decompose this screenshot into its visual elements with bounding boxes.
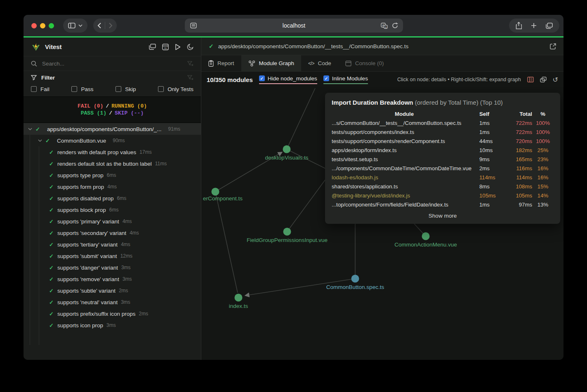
expand-graph-icon[interactable]	[540, 77, 547, 82]
checkbox-unchecked-icon[interactable]	[71, 86, 77, 92]
filter-checkbox-pass[interactable]: Pass	[71, 86, 93, 92]
run-all-icon[interactable]	[175, 44, 181, 50]
collapse-all-icon[interactable]	[149, 44, 156, 50]
test-name: supports 'primary' variant	[57, 218, 119, 225]
back-button[interactable]	[97, 22, 101, 29]
test-row[interactable]: ✓renders with default prop values17ms	[24, 146, 201, 158]
test-row[interactable]: ✓supports 'neutral' variant3ms	[24, 296, 201, 308]
test-row[interactable]: ✓supports prefix/suffix icon props2ms	[24, 308, 201, 319]
clear-search-icon[interactable]	[187, 61, 193, 66]
test-row[interactable]: ✓supports 'secondary' variant4ms	[24, 227, 201, 239]
dark-mode-icon[interactable]	[187, 44, 193, 50]
total-time-cell: 114ms	[502, 173, 532, 182]
inline-modules-toggle[interactable]: ✓ Inline Modules	[323, 75, 368, 84]
graph-node[interactable]	[212, 188, 219, 196]
graph-node[interactable]	[283, 228, 291, 236]
filter-label: Filter	[41, 75, 55, 81]
test-row[interactable]: ✓supports 'remove' variant3ms	[24, 273, 201, 285]
dashboard-icon[interactable]: 31	[162, 44, 169, 50]
test-row[interactable]: ✓supports 'danger' variant3ms	[24, 262, 201, 273]
tree-file-row[interactable]: ✓ CommonButton.vue 90ms	[24, 135, 201, 146]
clear-filter-icon[interactable]	[187, 75, 193, 80]
graph-node-label[interactable]: erComponent.ts	[203, 195, 243, 202]
filter-checkbox-fail[interactable]: Fail	[31, 86, 50, 92]
graph-node[interactable]	[235, 294, 243, 302]
run-status-summary: FAIL (0) / RUNNING (0) PASS (1) / SKIP (…	[24, 96, 201, 123]
module-graph-canvas[interactable]: desktopVisuals.tserComponent.tsFieldGrou…	[201, 87, 563, 360]
graph-edge	[287, 179, 326, 232]
checkbox-unchecked-icon[interactable]	[116, 86, 121, 92]
graph-node-label[interactable]: CommonButton.spec.ts	[326, 284, 384, 290]
tab-label: Report	[217, 60, 234, 66]
status-separator: /	[109, 110, 112, 116]
forward-button[interactable]	[108, 22, 113, 29]
test-row[interactable]: ✓supports disabled prop6ms	[24, 192, 201, 204]
tab-module-graph[interactable]: Module Graph	[241, 55, 302, 71]
check-icon: ✓	[49, 218, 54, 225]
translate-icon[interactable]: Aa	[381, 23, 388, 29]
percent-cell: 13%	[532, 200, 554, 209]
test-row[interactable]: ✓supports 'tertiary' variant4ms	[24, 239, 201, 250]
test-row[interactable]: ✓renders default slot as the button labe…	[24, 158, 201, 169]
search-input[interactable]	[42, 61, 182, 67]
test-row[interactable]: ✓supports type prop6ms	[24, 169, 201, 181]
self-time-cell: 114ms	[477, 173, 502, 182]
chevron-down-icon[interactable]	[38, 139, 42, 142]
test-row[interactable]: ✓supports icon prop3ms	[24, 319, 201, 331]
check-icon: ✓	[49, 265, 54, 271]
open-external-icon[interactable]	[550, 43, 556, 49]
total-time-cell: 108ms	[502, 182, 532, 191]
tree-root-row[interactable]: ✓ apps/desktop/components/CommonButton/_…	[24, 123, 201, 135]
check-icon: ✓	[49, 172, 54, 178]
breadcrumb-path: apps/desktop/components/CommonButton/__t…	[218, 43, 409, 49]
graph-node-label[interactable]: FieldGroupPermissionsInput.vue	[247, 237, 328, 243]
breadcrumb: ✓ apps/desktop/components/CommonButton/_…	[201, 38, 563, 55]
share-icon[interactable]	[516, 22, 522, 29]
test-row[interactable]: ✓supports 'primary' variant4ms	[24, 216, 201, 227]
test-duration: 12ms	[120, 253, 132, 259]
graph-node[interactable]	[283, 146, 291, 153]
total-time-cell: 722ms	[502, 119, 532, 128]
test-row[interactable]: ✓supports block prop6ms	[24, 204, 201, 216]
browser-sidebar-toggle[interactable]	[63, 19, 87, 33]
tab-code[interactable]: </> Code	[301, 55, 338, 71]
chevron-down-icon[interactable]	[28, 128, 32, 130]
hide-node-modules-toggle[interactable]: ✓ Hide node_modules	[259, 75, 317, 84]
checkbox-unchecked-icon[interactable]	[31, 86, 37, 92]
graph-node-label[interactable]: index.ts	[229, 303, 248, 309]
test-name: supports prefix/suffix icon props	[57, 311, 136, 317]
reload-icon[interactable]	[392, 22, 398, 29]
graph-node[interactable]	[422, 232, 430, 240]
test-duration: 6ms	[117, 195, 127, 201]
test-row[interactable]: ✓supports 'subtle' variant2ms	[24, 285, 201, 296]
address-bar[interactable]: localhost Aa	[185, 19, 403, 33]
filter-checkbox-only-tests[interactable]: Only Tests	[158, 86, 193, 92]
test-duration: 2ms	[139, 311, 149, 317]
show-more-button[interactable]: Show more	[332, 213, 554, 219]
tab-overview-icon[interactable]	[546, 23, 553, 29]
zoom-window-button[interactable]	[49, 23, 54, 28]
graph-node-label[interactable]: CommonActionMenu.vue	[394, 242, 457, 248]
test-row[interactable]: ✓supports 'submit' variant12ms	[24, 250, 201, 262]
test-duration: 6ms	[107, 172, 116, 178]
reset-graph-icon[interactable]: ↺	[553, 76, 558, 84]
column-header-total: Total	[502, 110, 532, 119]
tab-console[interactable]: Console (0)	[338, 55, 391, 71]
close-window-button[interactable]	[31, 23, 37, 28]
test-name: supports disabled prop	[57, 195, 114, 202]
code-icon: </>	[308, 61, 314, 66]
test-duration: 3ms	[121, 299, 130, 305]
test-name: supports type prop	[57, 172, 104, 178]
filter-checkbox-skip[interactable]: Skip	[116, 86, 136, 92]
graph-node[interactable]	[351, 275, 359, 283]
legend-book-icon[interactable]	[527, 77, 534, 82]
tab-bar: Report Module Graph </> Code Console	[201, 55, 563, 72]
new-tab-icon[interactable]	[531, 23, 537, 28]
search-icon	[31, 61, 37, 67]
checkbox-unchecked-icon[interactable]	[158, 86, 164, 92]
percent-cell: 100%	[532, 128, 554, 137]
test-row[interactable]: ✓supports form prop4ms	[24, 181, 201, 192]
minimize-window-button[interactable]	[40, 23, 45, 28]
tab-report[interactable]: Report	[201, 55, 241, 71]
graph-node-label[interactable]: desktopVisuals.ts	[265, 155, 309, 161]
